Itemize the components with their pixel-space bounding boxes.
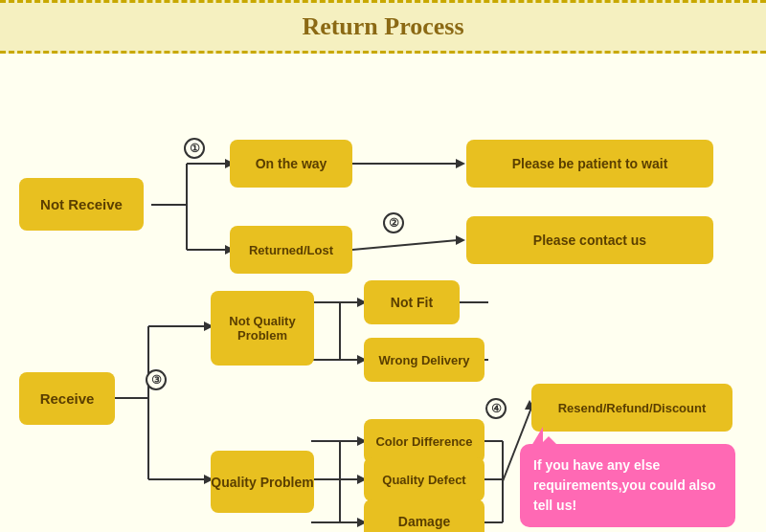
- svg-marker-9: [456, 235, 465, 245]
- not-fit-badge: Not Fit: [364, 280, 460, 324]
- circle-4: ④: [485, 398, 507, 419]
- svg-marker-7: [456, 159, 465, 168]
- circle-1: ①: [184, 138, 205, 159]
- circle-3: ③: [146, 369, 167, 390]
- bubble-text: If you have any else requirements,you co…: [533, 457, 716, 513]
- header: Return Process: [0, 0, 766, 54]
- returned-lost-badge: Returned/Lost: [230, 226, 352, 274]
- wrong-delivery-badge: Wrong Delivery: [364, 338, 484, 382]
- damage-badge: Damage: [364, 499, 484, 532]
- resend-badge: Resend/Refund/Discount: [531, 384, 732, 432]
- svg-line-8: [352, 240, 458, 250]
- receive-badge: Receive: [19, 372, 115, 425]
- speech-bubble: If you have any else requirements,you co…: [520, 444, 735, 527]
- not-quality-badge: Not Quality Problem: [211, 291, 314, 366]
- not-receive-badge: Not Receive: [19, 178, 144, 231]
- quality-badge: Quality Problem: [211, 451, 314, 513]
- circle-2: ②: [383, 212, 404, 233]
- on-the-way-badge: On the way: [230, 140, 352, 188]
- page-title: Return Process: [302, 12, 463, 40]
- main-diagram: Not Receive On the way Returned/Lost Ple…: [0, 54, 766, 532]
- quality-defect-badge: Quality Defect: [364, 457, 484, 501]
- please-contact-badge: Please contact us: [466, 216, 713, 264]
- please-wait-badge: Please be patient to wait: [466, 140, 713, 188]
